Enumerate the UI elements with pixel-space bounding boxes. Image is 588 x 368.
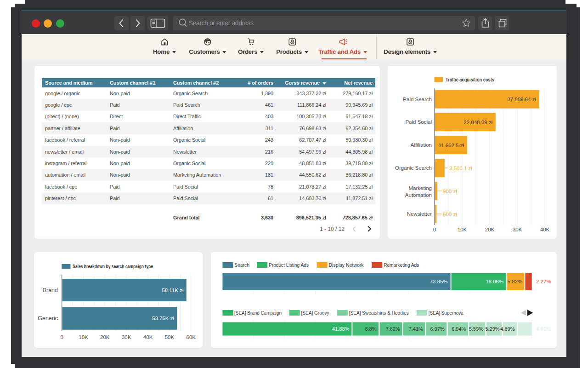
svg-text:50K: 50K	[165, 334, 175, 340]
svg-text:30K: 30K	[122, 334, 131, 340]
svg-text:58.11K zł: 58.11K zł	[162, 288, 184, 293]
svg-text:600 zł: 600 zł	[443, 212, 457, 217]
svg-text:Paid Social: Paid Social	[405, 119, 432, 125]
svg-text:[SEA] Groovy: [SEA] Groovy	[301, 310, 329, 316]
svg-text:Search: Search	[234, 262, 249, 268]
svg-text:6.94%: 6.94%	[452, 326, 466, 332]
svg-text:60K: 60K	[187, 334, 196, 340]
svg-text:900 zł: 900 zł	[443, 189, 457, 194]
svg-text:[SEA] Brand Campaign: [SEA] Brand Campaign	[234, 310, 282, 316]
svg-text:Automation: Automation	[405, 192, 432, 198]
svg-text:11,662.5 zł: 11,662.5 zł	[439, 143, 464, 148]
svg-text:5.59%: 5.59%	[469, 326, 483, 332]
svg-text:Generic: Generic	[38, 315, 58, 322]
svg-text:6.97%: 6.97%	[430, 326, 444, 332]
svg-text:73.85%: 73.85%	[430, 279, 448, 284]
svg-text:37,809.64 zł: 37,809.64 zł	[507, 97, 536, 102]
svg-text:7.62%: 7.62%	[386, 326, 400, 332]
svg-text:10K: 10K	[458, 227, 467, 232]
svg-text:8.8%: 8.8%	[365, 326, 377, 332]
svg-text:18.06%: 18.06%	[486, 279, 503, 284]
svg-text:20K: 20K	[485, 227, 495, 232]
svg-text:Brand: Brand	[43, 287, 58, 293]
svg-text:40K: 40K	[540, 227, 550, 232]
svg-text:40K: 40K	[143, 334, 153, 340]
svg-text:20K: 20K	[100, 334, 110, 340]
svg-text:10K: 10K	[79, 334, 88, 340]
svg-text:Newsletter: Newsletter	[407, 211, 432, 217]
svg-text:5.82%: 5.82%	[508, 279, 523, 284]
svg-text:5.29%: 5.29%	[485, 326, 499, 332]
svg-text:0: 0	[433, 227, 436, 232]
svg-text:4.89%: 4.89%	[500, 326, 514, 332]
svg-text:Display Network: Display Network	[329, 262, 364, 268]
svg-text:Organic Search: Organic Search	[395, 165, 432, 171]
svg-text:0: 0	[60, 334, 63, 340]
svg-text:[SEA] Sweatshirts & Hoodies: [SEA] Sweatshirts & Hoodies	[349, 310, 409, 316]
svg-text:Product Listing Ads: Product Listing Ads	[269, 262, 309, 268]
svg-text:Traffic acquisition costs: Traffic acquisition costs	[446, 77, 494, 82]
svg-text:Paid Search: Paid Search	[403, 97, 432, 102]
svg-text:4.61%: 4.61%	[536, 326, 551, 332]
svg-text:3,500.1 zł: 3,500.1 zł	[449, 166, 472, 171]
svg-text:Remarketing Ads: Remarketing Ads	[384, 262, 419, 268]
svg-text:53.75K zł: 53.75K zł	[152, 316, 174, 321]
svg-text:Marketing: Marketing	[409, 185, 432, 191]
svg-text:2.27%: 2.27%	[536, 279, 551, 284]
svg-text:Affiliation: Affiliation	[411, 142, 432, 148]
svg-text:[SEA] Supernova: [SEA] Supernova	[429, 310, 464, 316]
svg-text:7.41%: 7.41%	[409, 326, 423, 332]
svg-text:22,048.09 zł: 22,048.09 zł	[464, 120, 492, 125]
svg-text:Sales breakdown by search camp: Sales breakdown by search campaign type	[73, 264, 153, 269]
svg-text:30K: 30K	[513, 227, 522, 232]
svg-text:41.88%: 41.88%	[332, 326, 350, 332]
